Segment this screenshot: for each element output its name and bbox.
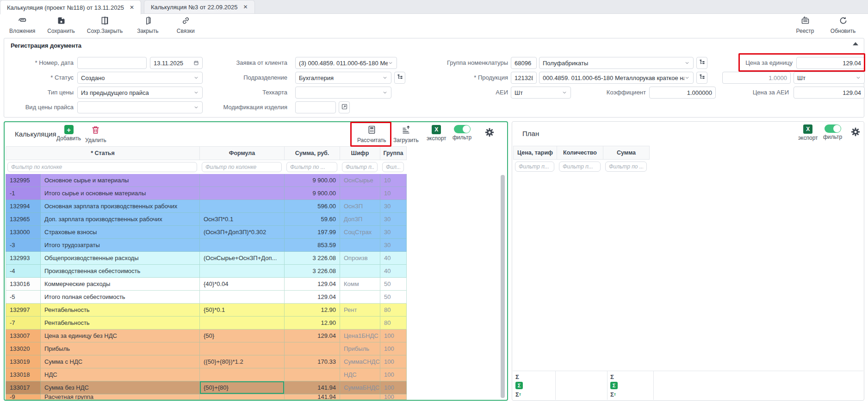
save-close-button[interactable]: Сохр.Закрыть <box>87 16 123 34</box>
settings-button[interactable] <box>851 127 860 138</box>
cell-formula[interactable] <box>200 368 285 381</box>
date-field[interactable]: 13.11.2025 <box>150 57 203 69</box>
refresh-button[interactable]: Обновить <box>830 16 856 34</box>
cell-group[interactable]: 30 <box>380 239 407 252</box>
cell-code[interactable]: СуммаБНДС <box>340 381 380 394</box>
cell-article[interactable]: Итого трудозатраты <box>41 239 200 252</box>
cell-formula[interactable]: {50}+{80} <box>200 381 285 394</box>
cell-formula[interactable]: {50} <box>200 329 285 342</box>
cell-article[interactable]: Сумма с НДС <box>41 355 200 368</box>
cell-article[interactable]: Цена за единицу без НДС <box>41 329 200 342</box>
cell-sum[interactable]: 129.04 <box>285 291 340 304</box>
cell-formula[interactable]: (ОснСырье+ОснЗП+Доп... <box>200 252 285 265</box>
cell-code[interactable]: НДС <box>340 368 380 381</box>
cell-group[interactable]: 40 <box>380 265 407 278</box>
cell-row-id[interactable]: 132993 <box>6 252 41 265</box>
close-document-button[interactable]: Закрыть <box>135 16 161 34</box>
filter-price-input[interactable] <box>515 162 554 172</box>
column-header-formula[interactable]: Формула <box>200 146 285 160</box>
calculate-button[interactable]: Рассчитать <box>357 125 386 143</box>
cell-code[interactable]: Опроизв <box>340 252 380 265</box>
cell-group[interactable]: 30 <box>380 200 407 213</box>
cell-formula[interactable]: {50}*0.1 <box>200 304 285 317</box>
sum-selected-icon[interactable]: Σ <box>515 381 552 390</box>
cell-sum[interactable]: 170.33 <box>285 355 340 368</box>
cell-code[interactable]: Комм <box>340 278 380 291</box>
quantity-field[interactable]: 1.0000 <box>722 72 791 84</box>
table-row[interactable]: -7 Рентабельность 12.90 80 <box>6 317 408 329</box>
column-header-code[interactable]: Шифр <box>340 146 380 160</box>
cell-row-id[interactable]: -4 <box>6 265 41 278</box>
tab-calculation-project[interactable]: Калькуляция (проект №118) от 13.11.2025 … <box>0 0 141 14</box>
cell-row-id[interactable]: 133016 <box>6 278 41 291</box>
cell-sum[interactable]: 197.99 <box>285 226 340 239</box>
filter-sum-input[interactable] <box>605 162 647 172</box>
column-header-sum[interactable]: Сумма <box>603 146 650 160</box>
cell-formula[interactable] <box>200 200 285 213</box>
sum-icon[interactable]: Σ <box>515 373 552 381</box>
cell-code[interactable]: Цена1БНДС <box>340 329 380 342</box>
cell-formula[interactable] <box>200 265 285 278</box>
cell-article[interactable]: Доп. зарплата производственных рабочих <box>41 213 200 226</box>
aei-select[interactable]: Шт <box>511 87 571 99</box>
cell-group[interactable]: 80 <box>380 317 407 329</box>
product-select[interactable]: 000.4859. 011.000-65-180 Металлорукав кр… <box>539 72 694 84</box>
cell-article[interactable]: НДС <box>41 368 200 381</box>
cell-group[interactable]: 100 <box>380 368 407 381</box>
export-excel-button[interactable]: X экспорт <box>798 124 818 141</box>
cell-group[interactable]: 100 <box>380 394 407 400</box>
table-row[interactable]: 133020 Прибыль Прибыль 100 <box>6 342 408 355</box>
cell-code[interactable] <box>340 187 380 200</box>
client-request-select[interactable]: (3) 000.4859. 011.000-65-180 Металлорука <box>295 57 397 69</box>
cell-code[interactable]: Рент <box>340 304 380 317</box>
cell-row-id[interactable]: 132965 <box>6 213 41 226</box>
cell-sum[interactable]: 3 226.08 <box>285 252 340 265</box>
cell-formula[interactable]: {40}*0.04 <box>200 278 285 291</box>
table-row[interactable]: 133018 НДС НДС 100 <box>6 368 408 381</box>
filter-toggle[interactable]: фильтр <box>823 124 842 140</box>
cell-formula[interactable] <box>200 291 285 304</box>
aei-price-field[interactable]: 129.04 <box>794 87 865 99</box>
table-row[interactable]: 133007 Цена за единицу без НДС {50} 129.… <box>6 329 408 342</box>
price-type-select[interactable]: Из предыдущего прайса <box>77 87 203 99</box>
cell-sum[interactable]: 129.04 <box>285 329 340 342</box>
table-row[interactable]: -9 Расчетная группа 141.94 100 <box>6 394 408 400</box>
cell-formula[interactable] <box>200 394 285 400</box>
cell-code[interactable]: ОснЗП <box>340 200 380 213</box>
table-row[interactable]: 133019 Сумма с НДС ({50}+{80})*1.2 170.3… <box>6 355 408 368</box>
column-header-quantity[interactable]: Количество <box>557 146 603 160</box>
table-row[interactable]: 132994 Основная зарплата производственны… <box>6 200 408 213</box>
sum-total-icon[interactable]: Σт <box>610 390 651 398</box>
cell-sum[interactable]: 141.94 <box>285 394 340 400</box>
cell-article[interactable]: Основное сырье и материалы <box>41 174 200 187</box>
filter-sum-input[interactable] <box>286 162 337 172</box>
cell-code[interactable] <box>340 265 380 278</box>
unit-select[interactable]: Шт <box>794 72 865 84</box>
table-row[interactable]: -4 Производственная себестоимость 3 226.… <box>6 265 408 278</box>
nomenclature-group-select[interactable]: Полуфабрикаты <box>539 57 694 69</box>
load-button[interactable]: Загрузить <box>393 125 419 143</box>
table-row[interactable]: 132995 Основное сырье и материалы 9 900.… <box>6 174 408 187</box>
links-button[interactable]: Связки <box>173 16 198 34</box>
cell-group[interactable]: 50 <box>380 291 407 304</box>
table-row[interactable]: 132993 Общепроизводственные расходы (Осн… <box>6 252 408 265</box>
cell-article[interactable]: Итого полная себестоимость <box>41 291 200 304</box>
cell-formula[interactable]: ОснЗП*0.1 <box>200 213 285 226</box>
cell-group[interactable]: 100 <box>380 381 407 394</box>
cell-code[interactable]: ДопЗП <box>340 213 380 226</box>
cell-row-id[interactable]: 133000 <box>6 226 41 239</box>
delete-row-button[interactable]: Удалить <box>85 125 106 143</box>
cell-sum[interactable] <box>285 342 340 355</box>
cell-code[interactable]: Прибыль <box>340 342 380 355</box>
cell-row-id[interactable]: -5 <box>6 291 41 304</box>
number-input[interactable] <box>77 57 147 69</box>
registry-button[interactable]: Реестр <box>792 16 818 34</box>
cell-row-id[interactable]: 132995 <box>6 174 41 187</box>
cell-article[interactable]: Расчетная группа <box>41 394 200 400</box>
department-select[interactable]: Бухгалтерия <box>295 72 391 84</box>
cell-group[interactable]: 100 <box>380 355 407 368</box>
cell-sum[interactable]: 141.94 <box>285 381 340 394</box>
attachments-button[interactable]: Вложения <box>9 16 35 34</box>
modification-input[interactable] <box>295 101 336 113</box>
cell-sum[interactable]: 853.59 <box>285 239 340 252</box>
